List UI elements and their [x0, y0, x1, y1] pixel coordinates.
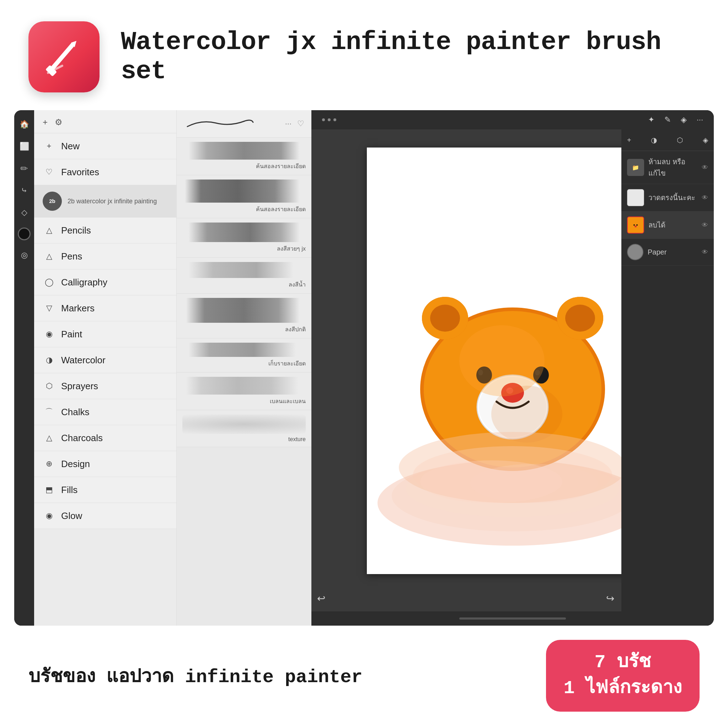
layer-item-3[interactable]: ลบได้ 👁	[621, 211, 714, 239]
horizontal-scrollbar[interactable]	[459, 618, 566, 619]
layer-thumb-4	[627, 244, 643, 260]
sidebar-item-sprayers[interactable]: ⬡ Sprayers	[34, 373, 176, 399]
sidebar-item-label-charcoals: Charcoals	[61, 433, 103, 444]
layer-visibility-3[interactable]: 👁	[702, 222, 708, 229]
layer-item-4[interactable]: Paper 👁	[621, 239, 714, 266]
badge-line-2: 1 ไฟล์กระดาง	[564, 676, 682, 702]
layer-item-1[interactable]: 📁 ห้ามลบ หรือแก้ไข 👁	[621, 151, 714, 184]
sidebar-item-label-glow: Glow	[61, 511, 82, 522]
svg-point-34	[635, 226, 637, 228]
panel-add-icon[interactable]: +	[43, 117, 47, 127]
markers-icon: ▽	[43, 302, 55, 315]
sidebar-item-label-watercolor: Watercolor	[61, 355, 106, 366]
svg-point-13	[430, 304, 460, 332]
dots-menu	[322, 118, 336, 121]
layers-adjust-icon[interactable]: ◑	[651, 136, 657, 144]
fill-icon[interactable]	[18, 228, 31, 240]
brush-swatch-8	[182, 414, 306, 434]
brush-name-2: ค้นสอลงรายละเอียด	[182, 205, 306, 214]
design-icon: ⊕	[43, 457, 55, 470]
layers-panel-header: + ◑ ⬡ ◈	[621, 129, 714, 151]
brush-swatch-2	[182, 179, 306, 203]
sidebar-item-pens[interactable]: △ Pens	[34, 243, 176, 269]
svg-point-33	[636, 224, 638, 226]
more-icon[interactable]: ···	[697, 115, 703, 124]
edit-icon[interactable]: ✎	[664, 115, 671, 124]
brush-swatch-1	[182, 142, 306, 160]
layer-visibility-1[interactable]: 👁	[702, 164, 708, 171]
brush-item-5[interactable]: ลงสีปกติ	[177, 294, 311, 338]
brush-panel-header: + ⚙	[34, 110, 176, 133]
favorites-icon: ♡	[43, 166, 55, 179]
brush-swatch-4	[182, 262, 306, 278]
sidebar-item-label-fills: Fills	[61, 485, 78, 496]
brush-item-3[interactable]: ลงสีสวยๆ jx	[177, 218, 311, 258]
redo-button[interactable]: ↪	[606, 593, 614, 604]
svg-point-28	[470, 464, 598, 503]
sidebar-item-chalks[interactable]: ⌒ Chalks	[34, 399, 176, 425]
brush-swatch-5	[182, 298, 306, 323]
bottom-section: บรัชของ แอปวาด infinite painter 7 บรัช 1…	[0, 626, 728, 726]
brush-name-7: เบลนและเบลน	[182, 397, 306, 405]
sidebar-item-watercolor[interactable]: ◑ Watercolor	[34, 347, 176, 373]
brush-item-8[interactable]: texture	[177, 410, 311, 447]
layers-copy-icon[interactable]: ⬡	[677, 136, 683, 144]
brush-item-1[interactable]: ค้นสอลงรายละเอียด	[177, 138, 311, 175]
main-canvas-area: 🏠 ⬜ ✏ ⤷ ◇ ◎ + ⚙ + New ♡ Favorites	[14, 110, 714, 626]
sidebar-item-fills[interactable]: ⬒ Fills	[34, 477, 176, 503]
layer-visibility-4[interactable]: 👁	[702, 248, 708, 256]
badge-container: 7 บรัช 1 ไฟล์กระดาง	[546, 640, 700, 712]
sidebar-item-new[interactable]: + New	[34, 133, 176, 159]
preview-panel-header: ··· ♡	[177, 110, 311, 138]
paint-icon: ◉	[43, 328, 55, 341]
sidebar-item-pencils[interactable]: △ Pencils	[34, 217, 176, 243]
preview-heart-icon[interactable]: ♡	[297, 119, 304, 128]
brush-swatch-6	[182, 343, 306, 357]
layers-add-icon[interactable]: +	[627, 136, 631, 144]
panel-sliders-icon[interactable]: ⚙	[55, 117, 63, 127]
preview-more-icon[interactable]: ···	[285, 119, 292, 128]
canvas-icon[interactable]: ⬜	[17, 139, 31, 154]
brush-preview-panel: ··· ♡ ค้นสอลงรายละเอียด ค้นสอลงรายละเอีย…	[176, 110, 311, 626]
brush-item-4[interactable]: ลงสีน้ำ	[177, 258, 311, 294]
sidebar-item-calligraphy[interactable]: ◯ Calligraphy	[34, 269, 176, 295]
header: Watercolor jx infinite painter brush set	[0, 0, 728, 110]
drawing-canvas[interactable]	[367, 147, 658, 574]
glow-icon: ◉	[43, 509, 55, 522]
home-icon[interactable]: 🏠	[17, 117, 31, 132]
top-bar-right: ✦ ✎ ◈ ···	[648, 115, 703, 124]
layer-visibility-2[interactable]: 👁	[702, 194, 708, 202]
chalks-icon: ⌒	[43, 405, 55, 418]
layers-stack-icon[interactable]: ◈	[703, 136, 708, 144]
sidebar-item-label-calligraphy: Calligraphy	[61, 277, 107, 288]
sidebar-item-markers[interactable]: ▽ Markers	[34, 295, 176, 321]
panel-header-icons: + ⚙	[43, 117, 63, 127]
sidebar-item-2b[interactable]: 2b 2b watercolor jx infinite painting	[34, 185, 176, 217]
charcoals-icon: △	[43, 431, 55, 444]
layers-icon[interactable]: ◈	[681, 115, 687, 124]
brush-icon[interactable]: ✏	[17, 161, 31, 176]
layer-item-2[interactable]: วาดตรงนี้นะคะ 👁	[621, 184, 714, 211]
layer-thumb-3	[627, 217, 644, 234]
layers-panel: + ◑ ⬡ ◈ 📁 ห้ามลบ หรือแก้ไข 👁 วาดตรงนี้นะ…	[621, 129, 714, 626]
symmetry-icon[interactable]: ✦	[648, 115, 655, 124]
color-icon[interactable]: ◎	[17, 248, 31, 262]
lasso-icon[interactable]: ⤷	[17, 184, 31, 198]
app-icon	[28, 21, 99, 92]
eraser-icon[interactable]: ◇	[17, 205, 31, 220]
2b-badge: 2b	[43, 191, 62, 211]
sidebar-item-paint[interactable]: ◉ Paint	[34, 321, 176, 347]
brush-item-7[interactable]: เบลนและเบลน	[177, 373, 311, 410]
sidebar-item-charcoals[interactable]: △ Charcoals	[34, 425, 176, 451]
undo-button[interactable]: ↩	[317, 593, 325, 604]
sprayers-icon: ⬡	[43, 380, 55, 392]
brush-swatch-7	[182, 377, 306, 395]
pens-icon: △	[43, 250, 55, 263]
brush-swatch-3	[182, 223, 306, 242]
brush-item-6[interactable]: เก็บรายละเอียด	[177, 338, 311, 373]
sidebar-item-design[interactable]: ⊕ Design	[34, 451, 176, 477]
svg-point-32	[633, 224, 635, 226]
sidebar-item-favorites[interactable]: ♡ Favorites	[34, 159, 176, 185]
brush-item-2[interactable]: ค้นสอลงรายละเอียด	[177, 175, 311, 218]
sidebar-item-glow[interactable]: ◉ Glow	[34, 503, 176, 529]
